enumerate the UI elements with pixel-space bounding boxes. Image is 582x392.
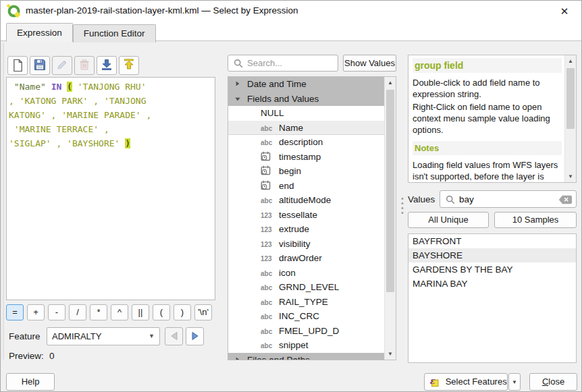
tree-item-fmel_upd_d[interactable]: abcFMEL_UPD_D <box>228 324 385 339</box>
expression-toolbar <box>7 56 141 75</box>
title-bar: master-plan-2019-rail-station-layer-kml.… <box>1 1 581 22</box>
values-search-box[interactable] <box>440 190 577 208</box>
qgis-logo-icon <box>7 4 22 19</box>
tree-scrollbar-thumb[interactable] <box>386 90 394 292</box>
scroll-up-icon[interactable]: ▲ <box>565 55 576 67</box>
samples-button[interactable]: 10 Samples <box>494 212 577 228</box>
field-label: Name <box>279 123 303 133</box>
feature-combobox[interactable]: ADMIRALTY ▼ <box>47 327 160 345</box>
tree-item-name[interactable]: abcName <box>228 121 385 136</box>
help-paragraph: Right-Click on field name to open contex… <box>413 101 562 136</box>
tree-item-null[interactable]: NULL <box>228 106 385 121</box>
field-label: end <box>279 181 294 191</box>
text-field-icon: abc <box>261 281 279 295</box>
date-field-icon <box>261 165 279 179</box>
help-scrollbar-thumb[interactable] <box>566 68 575 129</box>
text-field-icon: abc <box>261 136 279 150</box>
tree-item-draworder[interactable]: 123drawOrder <box>228 251 385 266</box>
operator-button-4[interactable]: * <box>90 304 107 320</box>
tree-item-visibility[interactable]: 123visibility <box>228 237 385 252</box>
caret-right-icon[interactable] <box>234 77 243 92</box>
expression-line: KATONG' , 'MARINE PARADE' , <box>9 108 214 122</box>
tree-item-extrude[interactable]: 123extrude <box>228 222 385 237</box>
value-item-bayshore[interactable]: BAYSHORE <box>408 248 576 262</box>
window-close-button[interactable]: ✕ <box>554 3 575 20</box>
scroll-up-icon[interactable]: ▲ <box>385 77 396 88</box>
scroll-down-icon[interactable]: ▼ <box>565 171 576 182</box>
close-button[interactable]: Close <box>529 373 577 391</box>
value-item-marina-bay[interactable]: MARINA BAY <box>408 277 576 291</box>
import-expression-button[interactable] <box>97 56 117 75</box>
text-field-icon: abc <box>261 325 279 339</box>
save-expression-button[interactable] <box>30 56 50 75</box>
export-icon <box>123 59 135 71</box>
field-label: FMEL_UPD_D <box>279 326 339 336</box>
tree-group-fields-and-values[interactable]: Fields and Values <box>228 92 385 107</box>
tree-item-timestamp[interactable]: timestamp <box>228 150 385 165</box>
operator-button-8[interactable]: ) <box>174 304 191 320</box>
arrow-left-icon <box>170 331 178 341</box>
trash-icon <box>78 59 90 71</box>
function-search-input[interactable] <box>247 56 335 70</box>
help-button[interactable]: Help <box>6 373 55 391</box>
edit-expression-button[interactable] <box>52 56 72 75</box>
clear-search-icon[interactable] <box>558 195 573 207</box>
panel-splitter-handle[interactable]: •••• <box>398 196 406 215</box>
operator-button-2[interactable]: - <box>48 304 65 320</box>
select-features-button[interactable]: ε Select Features <box>424 373 508 391</box>
value-item-bayfront[interactable]: BAYFRONT <box>408 234 576 248</box>
preview-label: Preview: <box>9 351 44 361</box>
tree-item-tessellate[interactable]: 123tessellate <box>228 208 385 223</box>
operator-button-5[interactable]: ^ <box>111 304 128 320</box>
all-unique-button[interactable]: All Unique <box>408 212 489 228</box>
operator-button-3[interactable]: / <box>69 304 86 320</box>
export-expression-button[interactable] <box>119 56 139 75</box>
tree-item-grnd_level[interactable]: abcGRND_LEVEL <box>228 280 385 295</box>
operator-button-1[interactable]: + <box>27 304 45 320</box>
tree-item-rail_type[interactable]: abcRAIL_TYPE <box>228 295 385 310</box>
operator-button-0[interactable]: = <box>6 304 24 320</box>
help-title: group field <box>413 58 562 73</box>
tree-item-end[interactable]: end <box>228 179 385 194</box>
tree-item-icon[interactable]: abcicon <box>228 266 385 281</box>
operator-button-9[interactable]: '\n' <box>194 304 212 320</box>
expression-editor[interactable]: "Name" IN ( 'TANJONG RHU', 'KATONG PARK'… <box>6 77 215 300</box>
delete-expression-button[interactable] <box>74 56 95 75</box>
preview-value: 0 <box>49 351 55 361</box>
tree-scrollbar[interactable]: ▲ ▼ <box>384 77 396 360</box>
previous-feature-button[interactable] <box>165 327 183 345</box>
tree-group-files-and-paths[interactable]: Files and Paths <box>228 353 385 361</box>
caret-right-icon[interactable] <box>234 353 243 361</box>
expression-line: 'MARINE TERRACE' , <box>9 122 214 136</box>
new-expression-button[interactable] <box>7 56 28 75</box>
field-label: begin <box>279 166 301 176</box>
left-edge-splitter[interactable] <box>1 43 4 360</box>
tree-item-description[interactable]: abcdescription <box>228 135 385 150</box>
operator-button-7[interactable]: ( <box>153 304 170 320</box>
values-search-input[interactable] <box>459 192 554 206</box>
next-feature-button[interactable] <box>186 327 204 345</box>
help-scrollbar[interactable]: ▲ ▼ <box>564 55 576 182</box>
feature-label: Feature <box>9 331 41 341</box>
show-values-button[interactable]: Show Values <box>343 55 396 72</box>
operator-button-6[interactable]: || <box>132 304 149 320</box>
tree-item-inc_crc[interactable]: abcINC_CRC <box>228 309 385 324</box>
tab-expression[interactable]: Expression <box>6 23 73 42</box>
tree-group-date-and-time[interactable]: Date and Time <box>228 77 385 92</box>
scroll-down-icon[interactable]: ▼ <box>385 348 396 360</box>
function-search-box[interactable] <box>228 55 338 72</box>
field-label: INC_CRC <box>279 311 319 321</box>
field-label: timestamp <box>279 152 321 162</box>
tree-item-altitudemode[interactable]: abcaltitudeMode <box>228 193 385 208</box>
save-icon <box>34 59 46 71</box>
tree-item-snippet[interactable]: abcsnippet <box>228 338 385 353</box>
number-field-icon: 123 <box>261 208 279 223</box>
field-label: icon <box>279 268 296 278</box>
value-item-gardens-by-the-bay[interactable]: GARDENS BY THE BAY <box>408 262 576 277</box>
select-features-dropdown-button[interactable]: ▼ <box>508 373 521 391</box>
caret-down-icon[interactable] <box>234 92 243 107</box>
tree-item-begin[interactable]: begin <box>228 164 385 179</box>
tree-group-label: Fields and Values <box>247 94 319 104</box>
feature-combobox-value: ADMIRALTY <box>52 331 101 341</box>
tab-function-editor[interactable]: Function Editor <box>73 24 156 43</box>
